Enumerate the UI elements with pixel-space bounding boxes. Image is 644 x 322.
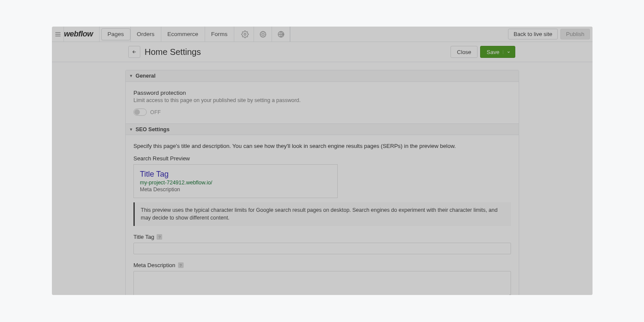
brand-logo: webflow [64,27,100,42]
page-title: Home Settings [145,47,201,57]
main-tabs: Pages Orders Ecommerce Forms [100,27,236,42]
chevron-down-icon[interactable] [503,50,511,54]
password-protection-heading: Password protection [133,90,511,96]
search-preview-label: Search Result Preview [133,155,511,162]
toolbar: webflow Pages Orders Ecommerce Forms [52,27,593,42]
toolbar-right: Back to live site Publish [508,27,593,42]
help-icon[interactable] [254,27,272,42]
brand-text: webflow [64,30,93,39]
seo-note: This preview uses the typical character … [133,202,511,226]
help-icon[interactable]: ? [178,262,184,268]
svg-point-2 [262,33,264,35]
close-button[interactable]: Close [450,46,478,58]
share-icon[interactable] [272,27,290,42]
publish-button[interactable]: Publish [560,29,590,39]
help-icon[interactable]: ? [157,234,162,240]
panel-seo-header[interactable]: ▼ SEO Settings [126,123,519,135]
preview-title: Title Tag [140,170,331,179]
subheader: Home Settings Close Save [52,42,593,62]
tab-orders[interactable]: Orders [131,28,161,40]
preview-url: my-project-724912.webflow.io/ [140,180,331,186]
password-protection-description: Limit access to this page on your publis… [133,97,511,103]
app-window: webflow Pages Orders Ecommerce Forms [52,27,593,295]
meta-description-label: Meta Description ? [133,262,511,268]
title-tag-label: Title Tag ? [133,234,511,240]
gear-icon[interactable] [236,27,254,42]
svg-point-0 [244,33,246,35]
search-result-preview: Title Tag my-project-724912.webflow.io/ … [133,164,338,198]
toolbar-icons [236,27,290,42]
content-area: ▼ General Password protection Limit acce… [52,62,593,295]
preview-meta: Meta Description [140,187,331,193]
panel-seo-title: SEO Settings [136,126,169,132]
tab-pages[interactable]: Pages [101,28,130,40]
back-to-live-button[interactable]: Back to live site [508,29,558,39]
menu-icon[interactable] [52,27,64,42]
tab-ecommerce[interactable]: Ecommerce [161,28,205,40]
seo-intro: Specify this page's title and descriptio… [133,143,511,149]
triangle-down-icon: ▼ [129,74,133,78]
panel-general: ▼ General Password protection Limit acce… [125,70,519,295]
save-button[interactable]: Save [480,46,515,58]
tab-forms[interactable]: Forms [205,28,234,40]
title-tag-input[interactable] [133,243,511,254]
meta-description-input[interactable] [133,271,511,295]
password-toggle-state: OFF [150,109,161,115]
triangle-down-icon: ▼ [129,127,133,132]
back-button[interactable] [128,46,140,58]
password-toggle[interactable] [133,108,147,116]
save-button-label: Save [487,49,499,55]
panel-general-header[interactable]: ▼ General [126,70,519,82]
panel-general-title: General [136,73,156,79]
